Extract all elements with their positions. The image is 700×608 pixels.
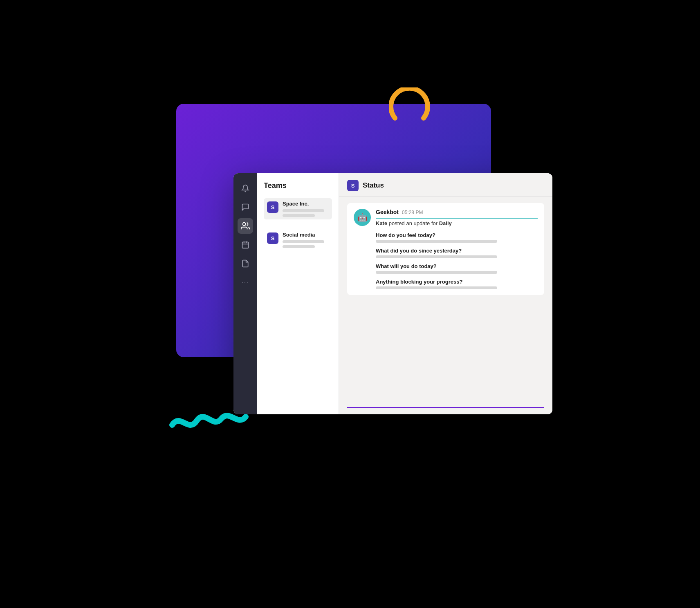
teal-wave-logo — [168, 405, 250, 439]
team-name-space-inc: Space Inc. — [283, 201, 329, 207]
status-channel-avatar: S — [347, 180, 359, 191]
standup-question-4: Anything blocking your progress? — [376, 279, 538, 285]
sidebar-item-chat[interactable] — [238, 199, 253, 215]
team-info-space-inc: Space Inc. — [283, 201, 329, 217]
chat-body: 🤖 Geekbot 05:28 PM Kate posted an update… — [339, 197, 552, 387]
svg-point-0 — [243, 223, 246, 226]
update-author: Kate — [376, 220, 387, 226]
bot-avatar: 🤖 — [354, 209, 371, 226]
message-time: 05:28 PM — [402, 210, 423, 215]
orange-arc-decoration — [389, 87, 430, 128]
standup-item-q4: Anything blocking your progress? — [376, 279, 538, 289]
team-avatar-social-media: S — [267, 232, 278, 244]
message-body: Kate posted an update for Daily How do y… — [376, 220, 538, 289]
standup-answer-2 — [376, 255, 497, 258]
teams-panel-title: Teams — [264, 181, 332, 190]
team-item-social-media[interactable]: S Social media — [264, 229, 332, 250]
sidebar-item-teams[interactable] — [238, 218, 253, 234]
app-window: ··· Teams S Space Inc. S Socia — [233, 173, 552, 414]
chat-panel: S Status 🤖 Geekbot 05:28 PM — [339, 173, 552, 414]
standup-answer-4 — [376, 286, 497, 289]
team-item-space-inc[interactable]: S Space Inc. — [264, 198, 332, 219]
team-info-social-media: Social media — [283, 232, 329, 248]
message-card: 🤖 Geekbot 05:28 PM Kate posted an update… — [347, 203, 544, 295]
sidebar-item-more[interactable]: ··· — [238, 275, 253, 290]
placeholder-line — [283, 240, 324, 243]
standup-item-q2: What did you do since yesterday? — [376, 248, 538, 258]
placeholder-line — [283, 214, 315, 217]
update-for: Daily — [439, 220, 452, 226]
standup-answer-3 — [376, 271, 497, 274]
chat-input[interactable] — [347, 392, 544, 408]
bot-name: Geekbot — [376, 209, 399, 215]
standup-answer-1 — [376, 240, 497, 243]
sidebar-item-bell[interactable] — [238, 181, 253, 196]
team-placeholder-lines-1 — [283, 209, 329, 217]
standup-item-q3: What will you do today? — [376, 263, 538, 274]
standup-question-3: What will you do today? — [376, 263, 538, 269]
teams-panel: Teams S Space Inc. S Social media — [257, 173, 339, 414]
standup-item-q1: How do you feel today? — [376, 232, 538, 243]
message-header: Geekbot 05:28 PM — [376, 209, 538, 219]
chat-header: S Status — [339, 173, 552, 197]
team-avatar-space-inc: S — [267, 201, 278, 213]
svg-rect-1 — [242, 242, 249, 248]
team-placeholder-lines-2 — [283, 240, 329, 248]
sidebar: ··· — [233, 173, 257, 414]
update-line: Kate posted an update for Daily — [376, 220, 538, 226]
sidebar-item-calendar[interactable] — [238, 237, 253, 253]
update-text: posted an update for — [389, 220, 439, 226]
team-name-social-media: Social media — [283, 232, 329, 238]
placeholder-line — [283, 245, 315, 248]
chat-header-title: Status — [363, 181, 384, 190]
sidebar-item-files[interactable] — [238, 256, 253, 271]
standup-question-2: What did you do since yesterday? — [376, 248, 538, 254]
placeholder-line — [283, 209, 324, 212]
standup-question-1: How do you feel today? — [376, 232, 538, 238]
message-content: Geekbot 05:28 PM Kate posted an update f… — [376, 209, 538, 289]
chat-input-area — [339, 387, 552, 414]
